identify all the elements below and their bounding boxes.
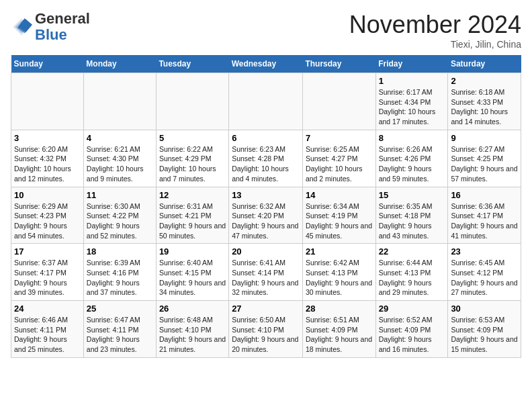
day-number: 19 [159,246,226,257]
weekday-header: Saturday [448,55,521,73]
calendar-cell: 5Sunrise: 6:22 AM Sunset: 4:29 PM Daylig… [156,130,228,187]
day-number: 25 [87,304,153,314]
page-header: General Blue November 2024 Tiexi, Jilin,… [11,11,521,50]
day-info: Sunrise: 6:44 AM Sunset: 4:13 PM Dayligh… [379,258,445,298]
title-block: November 2024 Tiexi, Jilin, China [349,11,521,50]
day-number: 23 [451,246,518,257]
calendar-cell: 20Sunrise: 6:41 AM Sunset: 4:14 PM Dayli… [229,244,303,301]
calendar-row: 24Sunrise: 6:46 AM Sunset: 4:11 PM Dayli… [11,301,521,358]
calendar-cell [83,73,156,130]
calendar-row: 17Sunrise: 6:37 AM Sunset: 4:17 PM Dayli… [11,244,521,301]
day-number: 20 [232,246,300,257]
day-info: Sunrise: 6:17 AM Sunset: 4:34 PM Dayligh… [379,87,445,127]
day-number: 21 [306,246,373,257]
weekday-header: Monday [83,55,156,73]
day-number: 30 [451,304,518,314]
calendar-cell: 23Sunrise: 6:45 AM Sunset: 4:12 PM Dayli… [448,244,521,301]
day-info: Sunrise: 6:29 AM Sunset: 4:23 PM Dayligh… [14,201,81,241]
day-number: 3 [14,133,81,143]
logo-text: General Blue [35,11,90,43]
day-number: 5 [159,133,226,143]
day-number: 13 [232,190,300,200]
calendar-cell: 10Sunrise: 6:29 AM Sunset: 4:23 PM Dayli… [11,187,84,244]
calendar-cell: 9Sunrise: 6:27 AM Sunset: 4:25 PM Daylig… [448,130,521,187]
day-info: Sunrise: 6:50 AM Sunset: 4:10 PM Dayligh… [232,315,300,355]
day-number: 9 [451,133,518,143]
logo-blue: Blue [35,26,67,43]
calendar-cell: 11Sunrise: 6:30 AM Sunset: 4:22 PM Dayli… [83,187,156,244]
calendar-cell: 26Sunrise: 6:48 AM Sunset: 4:10 PM Dayli… [156,301,228,358]
calendar-cell [229,73,303,130]
calendar-cell: 7Sunrise: 6:25 AM Sunset: 4:27 PM Daylig… [302,130,375,187]
calendar-cell: 14Sunrise: 6:34 AM Sunset: 4:19 PM Dayli… [302,187,375,244]
calendar-cell: 1Sunrise: 6:17 AM Sunset: 4:34 PM Daylig… [375,73,448,130]
day-info: Sunrise: 6:52 AM Sunset: 4:09 PM Dayligh… [379,315,445,355]
calendar-cell [156,73,228,130]
day-number: 14 [306,190,373,200]
day-number: 7 [306,133,373,143]
day-info: Sunrise: 6:37 AM Sunset: 4:17 PM Dayligh… [14,258,81,298]
day-info: Sunrise: 6:47 AM Sunset: 4:11 PM Dayligh… [87,315,153,355]
calendar-cell: 15Sunrise: 6:35 AM Sunset: 4:18 PM Dayli… [375,187,448,244]
day-number: 16 [451,190,518,200]
day-info: Sunrise: 6:35 AM Sunset: 4:18 PM Dayligh… [379,201,445,241]
day-info: Sunrise: 6:23 AM Sunset: 4:28 PM Dayligh… [232,144,300,184]
calendar-cell: 3Sunrise: 6:20 AM Sunset: 4:32 PM Daylig… [11,130,84,187]
weekday-header: Thursday [302,55,375,73]
day-info: Sunrise: 6:26 AM Sunset: 4:26 PM Dayligh… [379,144,445,184]
calendar-cell: 18Sunrise: 6:39 AM Sunset: 4:16 PM Dayli… [83,244,156,301]
weekday-header: Tuesday [156,55,228,73]
day-number: 22 [379,246,445,257]
calendar-cell: 19Sunrise: 6:40 AM Sunset: 4:15 PM Dayli… [156,244,228,301]
day-number: 17 [14,246,81,257]
calendar-row: 10Sunrise: 6:29 AM Sunset: 4:23 PM Dayli… [11,187,521,244]
day-number: 27 [232,304,300,314]
calendar-table: SundayMondayTuesdayWednesdayThursdayFrid… [11,55,521,358]
day-info: Sunrise: 6:41 AM Sunset: 4:14 PM Dayligh… [232,258,300,298]
calendar-cell: 12Sunrise: 6:31 AM Sunset: 4:21 PM Dayli… [156,187,228,244]
day-info: Sunrise: 6:45 AM Sunset: 4:12 PM Dayligh… [451,258,518,298]
day-info: Sunrise: 6:48 AM Sunset: 4:10 PM Dayligh… [159,315,226,355]
day-number: 8 [379,133,445,143]
day-number: 24 [14,304,81,314]
day-info: Sunrise: 6:36 AM Sunset: 4:17 PM Dayligh… [451,201,518,241]
day-number: 4 [87,133,153,143]
day-info: Sunrise: 6:22 AM Sunset: 4:29 PM Dayligh… [159,144,226,184]
day-number: 12 [159,190,226,200]
calendar-cell: 28Sunrise: 6:51 AM Sunset: 4:09 PM Dayli… [302,301,375,358]
day-info: Sunrise: 6:20 AM Sunset: 4:32 PM Dayligh… [14,144,81,184]
header-row: SundayMondayTuesdayWednesdayThursdayFrid… [11,55,521,73]
calendar-cell: 16Sunrise: 6:36 AM Sunset: 4:17 PM Dayli… [448,187,521,244]
calendar-cell: 27Sunrise: 6:50 AM Sunset: 4:10 PM Dayli… [229,301,303,358]
day-number: 11 [87,190,153,200]
day-number: 18 [87,246,153,257]
weekday-header: Sunday [11,55,84,73]
calendar-cell: 4Sunrise: 6:21 AM Sunset: 4:30 PM Daylig… [83,130,156,187]
day-info: Sunrise: 6:39 AM Sunset: 4:16 PM Dayligh… [87,258,153,298]
calendar-cell: 24Sunrise: 6:46 AM Sunset: 4:11 PM Dayli… [11,301,84,358]
day-info: Sunrise: 6:34 AM Sunset: 4:19 PM Dayligh… [306,201,373,241]
day-number: 1 [379,76,445,86]
location: Tiexi, Jilin, China [349,39,521,50]
weekday-header: Friday [375,55,448,73]
calendar-cell: 13Sunrise: 6:32 AM Sunset: 4:20 PM Dayli… [229,187,303,244]
day-number: 15 [379,190,445,200]
calendar-cell: 29Sunrise: 6:52 AM Sunset: 4:09 PM Dayli… [375,301,448,358]
day-info: Sunrise: 6:40 AM Sunset: 4:15 PM Dayligh… [159,258,226,298]
calendar-cell: 30Sunrise: 6:53 AM Sunset: 4:09 PM Dayli… [448,301,521,358]
day-info: Sunrise: 6:32 AM Sunset: 4:20 PM Dayligh… [232,201,300,241]
day-number: 2 [451,76,518,86]
day-info: Sunrise: 6:18 AM Sunset: 4:33 PM Dayligh… [451,87,518,127]
day-info: Sunrise: 6:21 AM Sunset: 4:30 PM Dayligh… [87,144,153,184]
day-number: 29 [379,304,445,314]
logo-icon [11,16,32,38]
weekday-header: Wednesday [229,55,303,73]
day-info: Sunrise: 6:46 AM Sunset: 4:11 PM Dayligh… [14,315,81,355]
calendar-cell: 6Sunrise: 6:23 AM Sunset: 4:28 PM Daylig… [229,130,303,187]
day-info: Sunrise: 6:51 AM Sunset: 4:09 PM Dayligh… [306,315,373,355]
calendar-row: 1Sunrise: 6:17 AM Sunset: 4:34 PM Daylig… [11,73,521,130]
day-info: Sunrise: 6:30 AM Sunset: 4:22 PM Dayligh… [87,201,153,241]
calendar-cell [11,73,84,130]
calendar-cell: 25Sunrise: 6:47 AM Sunset: 4:11 PM Dayli… [83,301,156,358]
calendar-cell: 2Sunrise: 6:18 AM Sunset: 4:33 PM Daylig… [448,73,521,130]
